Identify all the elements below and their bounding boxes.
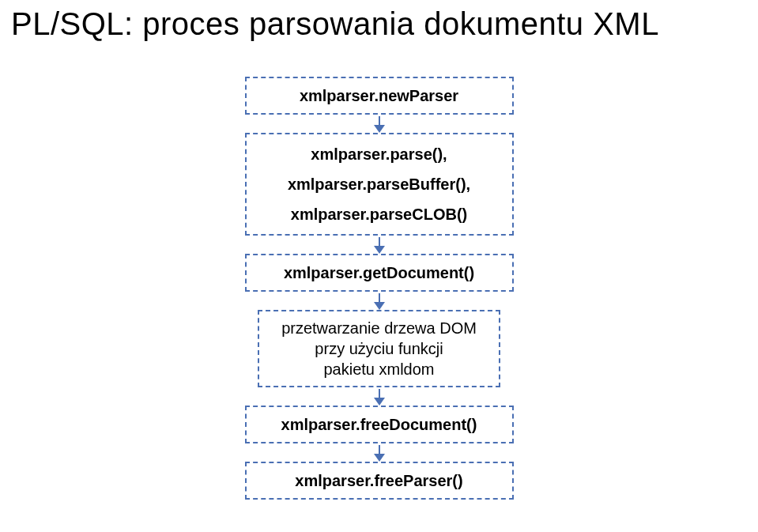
step-free-document: xmlparser.freeDocument() [245, 406, 514, 443]
step-label: xmlparser.freeParser() [295, 471, 462, 490]
step-process-dom: przetwarzanie drzewa DOM przy użyciu fun… [258, 310, 500, 387]
step-label: xmlparser.newParser [300, 86, 458, 105]
step-label: xmlparser.getDocument() [284, 263, 474, 282]
arrow-icon [374, 116, 385, 133]
step-label: xmlparser.parseCLOB() [291, 202, 467, 226]
page-title: PL/SQL: proces parsowania dokumentu XML [0, 0, 758, 42]
step-label: przetwarzanie drzewa DOM [281, 318, 477, 338]
step-label: pakietu xmldom [281, 359, 477, 379]
step-label: przy użyciu funkcji [281, 338, 477, 359]
step-parse: xmlparser.parse(), xmlparser.parseBuffer… [245, 133, 514, 236]
arrow-icon [374, 389, 385, 406]
step-label: xmlparser.parse(), [311, 142, 447, 166]
step-new-parser: xmlparser.newParser [245, 77, 514, 115]
step-label: xmlparser.parseBuffer(), [288, 172, 470, 196]
arrow-icon [374, 293, 385, 310]
arrow-icon [374, 237, 385, 254]
step-get-document: xmlparser.getDocument() [245, 254, 514, 292]
arrow-icon [374, 445, 385, 462]
step-label: xmlparser.freeDocument() [281, 415, 477, 434]
flowchart: xmlparser.newParser xmlparser.parse(), x… [0, 77, 758, 500]
step-free-parser: xmlparser.freeParser() [245, 462, 514, 500]
